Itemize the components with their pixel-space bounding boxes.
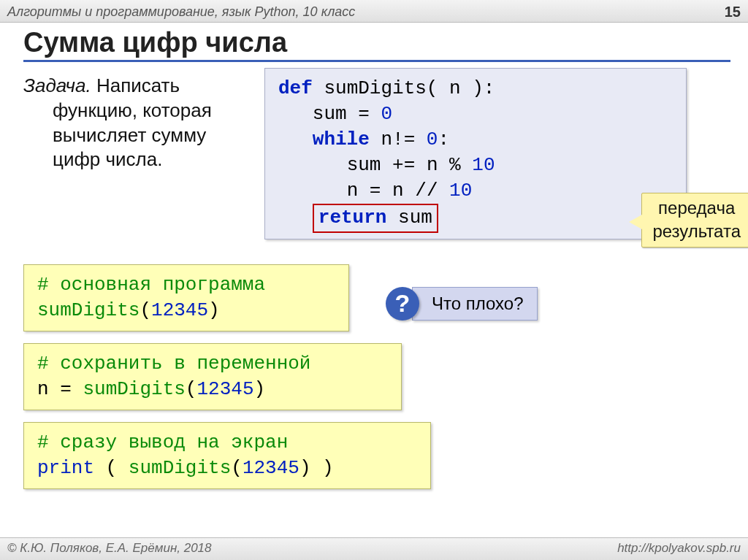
op-assign: = [358, 103, 370, 125]
b2-comment: # сохранить в переменной [37, 351, 388, 377]
slide-title: Сумма цифр числа [23, 27, 730, 58]
b3-comment: # сразу вывод на экран [37, 430, 417, 456]
ret-val: sum [398, 207, 432, 229]
return-box: return sum [313, 204, 438, 232]
slide-footer: © К.Ю. Поляков, Е.А. Ерёмин, 2018 http:/… [0, 537, 748, 560]
callout-l2: результата [652, 220, 741, 243]
footer-left: © К.Ю. Поляков, Е.А. Ерёмин, 2018 [7, 541, 212, 557]
kw-return: return [318, 207, 387, 229]
cond-zero: 0 [427, 129, 438, 150]
op-plus-eq: += [392, 154, 415, 176]
main-code: def sumDigits( n ): sum = 0 while n!= 0:… [264, 68, 687, 239]
code-block-3: # сразу вывод на экран print ( sumDigits… [23, 422, 431, 489]
task-text: Задача. Написать функцию, которая вычисл… [23, 68, 243, 239]
task-body-rest: функцию, которая вычисляет сумму цифр чи… [23, 99, 243, 172]
callout-result: передача результата [641, 193, 748, 248]
v-n2: n [347, 180, 359, 202]
b2-open: ( [186, 378, 197, 400]
b3-c2: ) [299, 457, 311, 479]
kw-while: while [313, 129, 370, 150]
b1-close: ) [208, 299, 220, 321]
op-assign2: = [370, 180, 381, 202]
b1-arg: 12345 [151, 299, 208, 321]
colon: : [438, 129, 449, 150]
question-box: Что плохо? [412, 287, 538, 321]
b3-o1: ( [94, 457, 129, 479]
cond-left: n!= [381, 129, 415, 150]
b3-fn: sumDigits [129, 457, 231, 479]
v-n3: n [392, 180, 404, 202]
task-label: Задача. [23, 74, 91, 96]
op-mod: % [449, 154, 461, 176]
b1-comment: # основная программа [37, 272, 335, 298]
b2-arg: 12345 [196, 378, 253, 400]
callout-l1: передача [652, 196, 741, 220]
course-title: Алгоритмы и программирование, язык Pytho… [7, 4, 355, 20]
question-row: ? Что плохо? [386, 287, 538, 321]
title-underline [23, 60, 730, 62]
b2-close: ) [253, 378, 265, 400]
lit-10a: 10 [472, 154, 495, 176]
b3-arg: 12345 [243, 457, 299, 479]
op-fdiv: // [415, 180, 438, 202]
b3-o2: ( [231, 457, 243, 479]
b2-fn: sumDigits [83, 378, 185, 400]
v-sum2: sum [347, 154, 381, 176]
lit-10b: 10 [449, 180, 472, 202]
page-number: 15 [725, 4, 741, 20]
v-n: n [427, 154, 438, 176]
slide-header: Алгоритмы и программирование, язык Pytho… [0, 0, 748, 23]
b1-fn: sumDigits [37, 299, 140, 321]
question-icon: ? [386, 287, 419, 321]
fn-sig: sumDigits( n ): [324, 77, 495, 99]
footer-right: http://kpolyakov.spb.ru [617, 541, 741, 557]
b3-c1: ) [311, 457, 334, 479]
code-block-1: # основная программа sumDigits(12345) [23, 264, 349, 331]
b2-lhs: n = [37, 378, 83, 400]
code-block-2: # сохранить в переменной n = sumDigits(1… [23, 343, 402, 410]
b3-print: print [37, 457, 94, 479]
task-body-first: Написать [96, 74, 180, 96]
question-mark: ? [395, 289, 411, 318]
b1-open: ( [140, 299, 151, 321]
lit-0: 0 [381, 103, 392, 125]
v-sum: sum [313, 103, 347, 125]
kw-def: def [278, 77, 313, 99]
